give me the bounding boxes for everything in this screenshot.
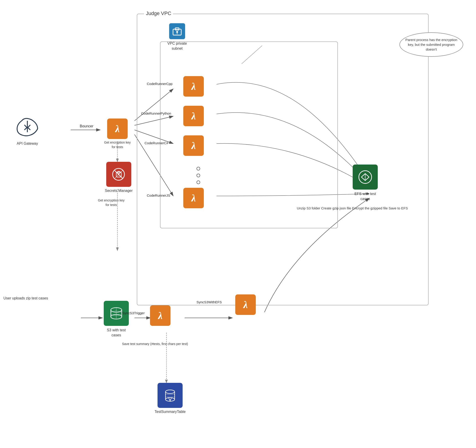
bouncer-wrapper: Bouncer λ Get encryption keyfor tests (100, 118, 135, 149)
code-runner-csharp-label: CodeRunnerC# (145, 141, 168, 145)
speech-bubble: Parent process has the encryption key, b… (399, 32, 463, 57)
sync-s3-efs-icon: λ (235, 294, 256, 315)
efs-annotation: Unzip S3 folder Create gzip json file En… (297, 206, 408, 211)
lambda-csharp-sym: λ (191, 140, 196, 151)
lambda-js-sym: λ (191, 192, 196, 204)
save-summary-label: Save test summary (#tests, first chars p… (121, 342, 189, 346)
sync-s3-trigger-icon: λ (150, 305, 170, 326)
diagram-container: Judge VPC VPC private subnet Parent proc… (0, 0, 476, 448)
code-runner-js-wrapper: CodeRunnerJS λ (183, 188, 204, 208)
code-runner-python-icon: λ (183, 106, 204, 126)
secrets-manager-label: Secrets Manager (105, 189, 133, 193)
api-gateway-icon (14, 116, 41, 140)
sync-s3-trigger-wrapper: SyncS3Trigger λ (150, 305, 170, 326)
code-runner-js-icon: λ (183, 188, 204, 208)
code-runner-csharp-wrapper: CodeRunnerC# λ (183, 135, 204, 156)
lambda-sync-trigger-sym: λ (158, 310, 163, 322)
vpc-box: Judge VPC VPC private subnet Parent proc… (137, 14, 429, 305)
sync-s3-trigger-text: SyncS3Trigger (122, 311, 145, 315)
lambda-cpp-sym: λ (191, 81, 196, 92)
code-runner-python-wrapper: CodeRunnerPython λ (183, 106, 204, 126)
api-gateway-wrapper: API Gateway (14, 116, 41, 146)
svg-point-30 (118, 174, 119, 175)
s3-label: S3 with test cases (102, 328, 130, 338)
sync-s3-efs-wrapper: SyncS3WithEFS λ (235, 294, 256, 315)
sync-s3-efs-label-text: SyncS3WithEFS (197, 300, 222, 304)
code-runner-python-label: CodeRunnerPython (141, 112, 171, 115)
code-runner-js-label: CodeRunnerJS (147, 193, 170, 197)
s3-wrapper: S3 with test cases (102, 301, 130, 338)
test-summary-table-wrapper: TestSummaryTable (155, 383, 186, 414)
code-runner-cpp-wrapper: CodeRunnerCpp λ (183, 76, 204, 97)
user-upload-label: User uploads zip test cases (3, 296, 81, 301)
vpc-private-subnet-icon (169, 23, 185, 39)
efs-wrapper: EFS with test cases (351, 164, 379, 202)
efs-icon (353, 164, 378, 190)
code-runner-cpp-label: CodeRunnerCpp (147, 82, 173, 86)
api-gateway-label: API Gateway (17, 141, 38, 146)
lambda-bouncer-sym: λ (115, 123, 120, 135)
bouncer-icon: λ (107, 118, 128, 139)
efs-label: EFS with test cases (351, 191, 379, 202)
test-summary-table-icon (158, 383, 183, 408)
bouncer-text-label: Bouncer (80, 124, 93, 128)
get-enc-key-label: Get encryption keyfor tests (88, 198, 134, 207)
secrets-manager-icon (106, 162, 131, 187)
test-summary-table-label: TestSummaryTable (155, 410, 186, 414)
secrets-manager-wrapper: Secrets Manager (105, 162, 133, 193)
lambda-sync-sym: λ (243, 299, 248, 311)
vpc-label: Judge VPC (144, 11, 173, 17)
subnet-box: CodeRunnerCpp λ CodeRunnerPython λ CodeR… (160, 41, 338, 228)
code-runner-csharp-icon: λ (183, 135, 204, 156)
lambda-python-sym: λ (191, 110, 196, 122)
svg-point-37 (165, 390, 175, 393)
bouncer-sublabel: Get encryption keyfor tests (100, 140, 135, 149)
code-runner-cpp-icon: λ (183, 76, 204, 97)
svg-point-19 (176, 31, 178, 33)
